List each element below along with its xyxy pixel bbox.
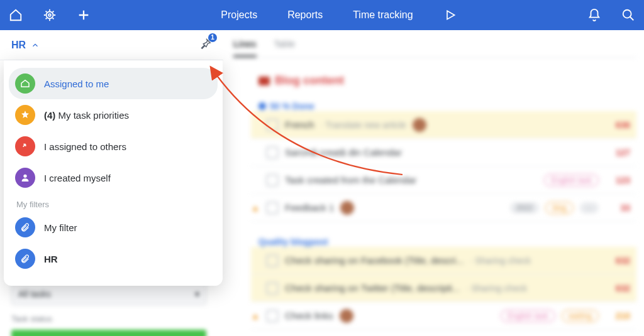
saved-filter-hr[interactable]: HR: [9, 243, 218, 274]
checkbox[interactable]: [266, 202, 279, 214]
gear-icon[interactable]: [43, 8, 57, 22]
person-icon: [15, 168, 35, 188]
svg-point-2: [623, 10, 631, 18]
play-icon[interactable]: [443, 8, 457, 22]
search-icon[interactable]: [621, 8, 635, 22]
view-tabs: Lines Table: [233, 30, 636, 58]
status-bar: [11, 330, 206, 336]
checkbox[interactable]: [266, 310, 279, 322]
sidebar-panel: Assigned to me (4) My task priorities I …: [4, 60, 223, 286]
task-row[interactable]: ▲ Feedback 1 2022 blog ··· 33: [251, 194, 636, 222]
section-quality[interactable]: Quality blogpost: [258, 237, 636, 247]
top-nav: Projects Reports Time tracking: [0, 0, 644, 30]
pin-badge: 1: [208, 33, 217, 42]
bell-icon[interactable]: [587, 8, 601, 22]
workspace-name: HR: [11, 40, 26, 51]
attachment-icon: [15, 249, 35, 269]
checkbox[interactable]: [266, 254, 279, 267]
nav-reports[interactable]: Reports: [287, 9, 323, 21]
tag-pill: ···: [580, 202, 599, 214]
filter-label: HR: [44, 254, 58, 264]
main-area: Lines Table Blog content 50 % Done Frenc…: [223, 30, 644, 336]
my-filters-header: My filters: [9, 193, 218, 212]
filter-label: I assigned to others: [44, 141, 126, 152]
warning-icon: ▲: [251, 203, 260, 213]
pin-button[interactable]: 1: [198, 37, 212, 53]
task-row[interactable]: French · Translate new article 636: [251, 111, 636, 139]
tag-pill: blog: [545, 202, 574, 214]
task-row[interactable]: ▲ Check links English task waiting 210: [251, 302, 636, 330]
saved-filter-my-filter[interactable]: My filter: [9, 212, 218, 243]
checkbox[interactable]: [266, 146, 279, 159]
home-icon[interactable]: [9, 8, 23, 22]
tag-pill: waiting: [562, 310, 599, 322]
chevron-up-icon: [31, 41, 40, 50]
star-icon: [15, 105, 35, 125]
status-dot-icon: [258, 102, 266, 110]
chevron-down-icon: ▾: [195, 289, 199, 299]
filter-i-created[interactable]: I created myself: [9, 162, 218, 193]
tab-table[interactable]: Table: [274, 39, 295, 57]
task-row[interactable]: Check sharing on Twitter (Title, descrip…: [251, 274, 636, 302]
task-row[interactable]: Check sharing on Facebook (Title, descri…: [251, 247, 636, 274]
filter-label: Assigned to me: [44, 79, 109, 89]
sidebar-header: HR 1: [0, 30, 223, 60]
plus-icon[interactable]: [77, 8, 91, 22]
avatar: [340, 309, 353, 323]
project-emoji-icon: [258, 77, 270, 85]
home-icon: [15, 73, 35, 94]
svg-point-1: [48, 14, 51, 16]
all-tasks-select[interactable]: All tasks ▾: [11, 283, 206, 305]
task-row[interactable]: Task created from the Calendar English t…: [251, 166, 636, 194]
task-row[interactable]: Sarcină creată din Calendar 127: [251, 139, 636, 166]
avatar: [340, 201, 354, 215]
share-icon: [15, 136, 35, 156]
attachment-icon: [15, 217, 35, 237]
project-title: Blog content: [258, 74, 636, 87]
filter-label: I created myself: [44, 173, 111, 183]
task-status-label: Task status: [11, 314, 212, 323]
tag-pill: English task: [544, 174, 599, 187]
tag-pill: English task: [501, 310, 555, 322]
filter-my-priorities[interactable]: (4) My task priorities: [9, 99, 218, 131]
checkbox[interactable]: [266, 174, 279, 187]
checkbox[interactable]: [266, 282, 279, 295]
checkbox[interactable]: [266, 119, 279, 131]
filter-label: My filter: [44, 222, 77, 233]
filter-label: (4) My task priorities: [44, 110, 129, 121]
filter-i-assigned[interactable]: I assigned to others: [9, 131, 218, 162]
svg-point-0: [47, 12, 53, 19]
filter-assigned-to-me[interactable]: Assigned to me: [9, 68, 218, 99]
nav-projects[interactable]: Projects: [221, 9, 257, 21]
workspace-selector[interactable]: HR: [11, 40, 40, 51]
svg-point-3: [23, 175, 26, 178]
tag-pill: 2022: [510, 202, 540, 214]
avatar: [413, 118, 426, 132]
section-50-done[interactable]: 50 % Done: [258, 101, 636, 111]
tab-lines[interactable]: Lines: [233, 39, 257, 57]
sidebar: HR 1 Assigned to me (4) My task pri: [0, 30, 223, 336]
warning-icon: ▲: [251, 311, 260, 321]
nav-time-tracking[interactable]: Time tracking: [353, 9, 413, 21]
